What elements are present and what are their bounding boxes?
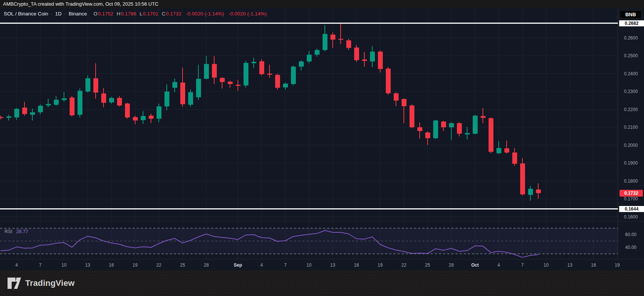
svg-text:0.2500: 0.2500 — [624, 53, 638, 58]
interval-label[interactable]: 1D — [55, 11, 62, 17]
svg-text:7: 7 — [284, 262, 287, 268]
change-value: -0.0020 (-1.14%) — [186, 11, 224, 17]
svg-text:19: 19 — [132, 262, 138, 268]
svg-text:0.1800: 0.1800 — [624, 179, 638, 184]
tradingview-logo-icon[interactable] — [7, 277, 22, 290]
open-value: 0.1752 — [98, 11, 113, 17]
svg-text:7: 7 — [39, 262, 42, 268]
footer: TradingView — [0, 270, 644, 296]
svg-text:13: 13 — [330, 262, 335, 268]
legend-separator: · — [51, 11, 53, 17]
svg-text:0.1900: 0.1900 — [624, 160, 638, 166]
legend-separator: · — [64, 11, 66, 17]
svg-text:16: 16 — [591, 262, 596, 268]
svg-text:0.1700: 0.1700 — [624, 196, 638, 201]
high-label: H — [117, 11, 120, 17]
svg-text:10: 10 — [61, 262, 67, 268]
tradingview-logo-text[interactable]: TradingView — [25, 278, 75, 288]
symbol-legend[interactable]: SOL / Binance Coin · 1D · Binance O0.175… — [4, 11, 266, 17]
symbol-title[interactable]: SOL / Binance Coin — [4, 11, 48, 17]
svg-text:13: 13 — [85, 262, 90, 268]
svg-text:0.2400: 0.2400 — [624, 71, 638, 76]
rsi-value: 28.77 — [16, 229, 28, 234]
svg-text:4: 4 — [498, 262, 500, 268]
svg-text:Oct: Oct — [471, 262, 479, 268]
upper-level-price-badge: 0.2682 — [619, 20, 644, 26]
price-chart-canvas[interactable]: 0.26000.25000.24000.23000.22000.21000.20… — [0, 0, 644, 296]
svg-text:0.2000: 0.2000 — [624, 143, 638, 148]
svg-text:28: 28 — [204, 262, 209, 268]
change-value-2: -0.0020 (-1.14%) — [228, 11, 266, 17]
last-price-badge: 0.1732 — [620, 190, 643, 197]
lower-level-price-badge: 0.1644 — [619, 206, 644, 212]
svg-text:16: 16 — [109, 262, 114, 268]
currency-badge[interactable]: BNB — [620, 10, 642, 19]
low-label: L — [140, 11, 143, 17]
svg-text:22: 22 — [401, 262, 406, 268]
svg-text:13: 13 — [567, 262, 572, 268]
tradingview-chart-screenshot: AMBCrypto_TA created with TradingView.co… — [0, 0, 644, 296]
rsi-pane — [0, 228, 618, 254]
svg-text:0.2100: 0.2100 — [624, 125, 638, 130]
exchange-label[interactable]: Binance — [69, 11, 87, 17]
svg-text:40.00: 40.00 — [625, 245, 636, 250]
low-value: 0.1701 — [143, 11, 158, 17]
svg-text:0.2300: 0.2300 — [624, 89, 638, 94]
svg-text:25: 25 — [425, 262, 430, 268]
svg-text:60.00: 60.00 — [625, 232, 636, 237]
open-label: O — [93, 11, 97, 17]
close-value: 0.1732 — [166, 11, 181, 17]
high-value: 0.1786 — [121, 11, 136, 17]
close-label: C — [162, 11, 166, 17]
svg-text:25: 25 — [180, 262, 185, 268]
svg-text:4: 4 — [260, 262, 263, 268]
svg-text:19: 19 — [378, 262, 383, 268]
svg-text:10: 10 — [544, 262, 549, 268]
svg-text:0.2600: 0.2600 — [624, 35, 638, 41]
rsi-legend[interactable]: RSI 28.77 — [5, 229, 28, 234]
svg-text:22: 22 — [156, 262, 161, 268]
svg-text:0.2200: 0.2200 — [624, 107, 638, 112]
svg-text:Sep: Sep — [234, 262, 242, 268]
svg-text:7: 7 — [521, 262, 524, 268]
svg-text:28: 28 — [449, 262, 454, 268]
svg-text:10: 10 — [306, 262, 312, 268]
rsi-label: RSI — [5, 229, 12, 234]
svg-text:19: 19 — [615, 262, 620, 268]
svg-text:0.1600: 0.1600 — [624, 214, 638, 220]
svg-text:4: 4 — [15, 262, 18, 268]
svg-text:16: 16 — [354, 262, 359, 268]
